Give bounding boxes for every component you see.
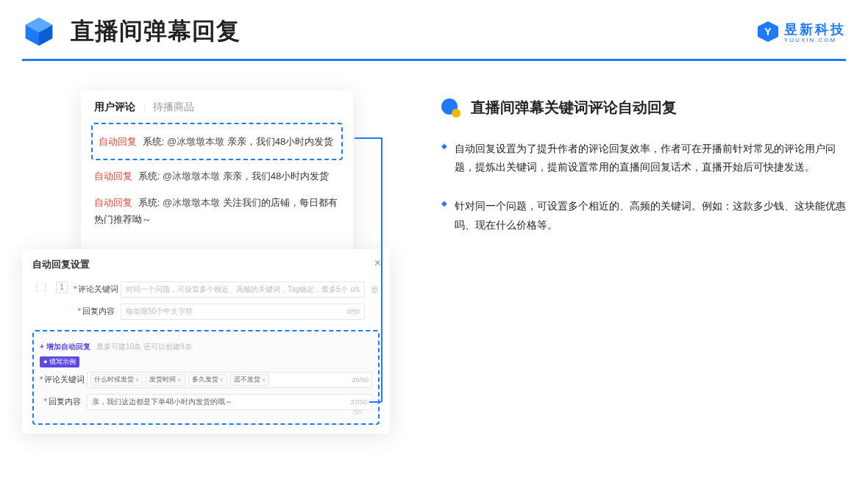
auto-reply-tag: 自动回复 (99, 136, 137, 147)
delete-icon[interactable]: 🗑 (371, 284, 380, 295)
reply-counter: 0/50 (346, 308, 360, 315)
feature-bullet: 自动回复设置为了提升作者的评论回复效率，作者可在开播前针对常见的评论用户问题，提… (441, 140, 846, 176)
ex-reply-counter: 37/50 (350, 398, 367, 406)
brand-url: YUUXIN.COM (784, 37, 836, 43)
ex-keyword-input[interactable]: 什么时候发货× 发货时间× 多久发货× 迟不发货× 20/50 (87, 372, 372, 388)
keyword-label: 评论关键词 (74, 284, 115, 295)
mention: @冰墩墩本墩 (167, 136, 224, 147)
system-prefix: 系统: (143, 136, 165, 147)
bullet-dot-icon (441, 98, 460, 118)
keyword-chip[interactable]: 什么时候发货× (90, 374, 143, 386)
add-auto-reply-link[interactable]: + 增加自动回复 (40, 342, 90, 351)
left-visual: 用户评论 待播商品 自动回复 系统: @冰墩墩本墩 亲亲，我们48小时内发货 自… (22, 90, 405, 434)
reply-input[interactable]: 每条限50个中文字符 0/50 (121, 304, 365, 320)
comment-text: 亲亲，我们48小时内发货 (223, 171, 329, 182)
settings-title: 自动回复设置 (32, 258, 380, 271)
right-column: 直播间弹幕关键词评论自动回复 自动回复设置为了提升作者的评论回复效率，作者可在开… (441, 90, 846, 255)
keyword-placeholder: 对同一个问题，可设置多个相近、高频的关键词，Tag确定，最多5个 (126, 284, 348, 295)
trailing-counter: /50 (352, 409, 362, 416)
system-prefix: 系统: (138, 171, 160, 182)
section-title: 直播间弹幕关键词评论自动回复 (471, 98, 677, 118)
close-icon[interactable]: × (374, 256, 381, 270)
keyword-counter: 0/5 (350, 286, 360, 293)
ex-keyword-counter: 20/50 (352, 376, 369, 384)
system-prefix: 系统: (138, 197, 160, 208)
comments-tabs: 用户评论 待播商品 (94, 101, 340, 114)
auto-reply-tag: 自动回复 (94, 171, 132, 182)
page-title: 直播间弹幕回复 (71, 15, 241, 48)
comment-text: 亲亲，我们48小时内发货 (227, 136, 333, 147)
connector-line (355, 137, 381, 139)
chip-remove-icon[interactable]: × (177, 376, 181, 384)
tab-user-comments[interactable]: 用户评论 (94, 101, 135, 114)
keyword-chip[interactable]: 多久发货× (188, 374, 227, 386)
tab-pending-goods[interactable]: 待播商品 (153, 101, 194, 114)
comment-row: 自动回复 系统: @冰墩墩本墩 关注我们的店铺，每日都有热门推荐呦～ (94, 190, 340, 233)
settings-example-block: + 增加自动回复 最多可建10条 还可以创建9条 ● 填写示例 评论关键词 什么… (32, 330, 380, 425)
mention: @冰墩墩本墩 (163, 197, 220, 208)
feature-bullets: 自动回复设置为了提升作者的评论回复效率，作者可在开播前针对常见的评论用户问题，提… (441, 140, 846, 234)
keyword-input[interactable]: 对同一个问题，可设置多个相近、高频的关键词，Tag确定，最多5个 0/5 (121, 281, 365, 298)
ex-reply-label: 回复内容 (40, 396, 81, 407)
chip-remove-icon[interactable]: × (220, 376, 224, 384)
comment-row: 自动回复 系统: @冰墩墩本墩 亲亲，我们48小时内发货 (99, 129, 335, 154)
example-badge: ● 填写示例 (40, 356, 79, 367)
auto-reply-settings-card: 自动回复设置 × ⋮⋮ 1 评论关键词 对同一个问题，可设置多个相近、高频的关键… (22, 249, 390, 434)
brand: Y 昱新科技 YUUXIN.COM (758, 21, 846, 43)
ex-reply-value: 亲，我们这边都是下单48小时内发货的哦～ (92, 397, 232, 407)
comments-card: 用户评论 待播商品 自动回复 系统: @冰墩墩本墩 亲亲，我们48小时内发货 自… (81, 90, 353, 254)
keyword-chip[interactable]: 发货时间× (146, 374, 185, 386)
ex-reply-input[interactable]: 亲，我们这边都是下单48小时内发货的哦～ 37/50 (87, 394, 372, 410)
reply-placeholder: 每条限50个中文字符 (126, 306, 193, 317)
chip-remove-icon[interactable]: × (135, 376, 139, 384)
page-header: 直播间弹幕回复 Y 昱新科技 YUUXIN.COM (0, 0, 868, 49)
chip-remove-icon[interactable]: × (262, 376, 266, 384)
drag-handle-icon[interactable]: ⋮⋮ (32, 281, 50, 292)
reply-label: 回复内容 (74, 306, 115, 317)
comment-row: 自动回复 系统: @冰墩墩本墩 亲亲，我们48小时内发货 (94, 163, 340, 189)
brand-logo-icon: Y (758, 21, 778, 42)
brand-name: 昱新科技 (784, 21, 846, 38)
mention: @冰墩墩本墩 (163, 171, 220, 182)
ex-keyword-label: 评论关键词 (40, 374, 81, 385)
feature-bullet: 针对同一个问题，可设置多个相近的、高频的关键词。例如：这款多少钱、这块能优惠吗、… (441, 197, 846, 234)
rule-index: 1 (56, 281, 68, 293)
cube-icon (22, 15, 56, 49)
auto-reply-tag: 自动回复 (94, 197, 132, 208)
keyword-chip[interactable]: 迟不发货× (230, 374, 269, 386)
highlighted-comment: 自动回复 系统: @冰墩墩本墩 亲亲，我们48小时内发货 (91, 123, 343, 160)
add-hint: 最多可建10条 还可以创建9条 (96, 342, 191, 351)
